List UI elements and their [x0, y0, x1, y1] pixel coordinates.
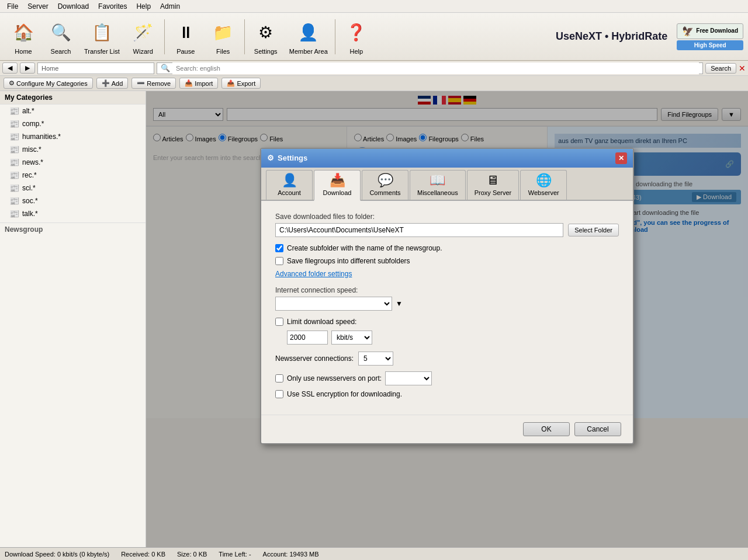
- advanced-folder-link[interactable]: Advanced folder settings: [275, 270, 352, 278]
- search-input[interactable]: [172, 62, 699, 74]
- menu-bar: File Server Download Favorites Help Admi…: [0, 0, 748, 13]
- proxy-tab-icon: 🖥: [486, 173, 499, 188]
- import-button[interactable]: 📥 Import: [179, 78, 218, 89]
- toolbar: 🏠 Home 🔍 Search 📋 Transfer List 🪄 Wizard…: [0, 13, 748, 61]
- add-button[interactable]: ➕ Add: [96, 78, 129, 89]
- help-button[interactable]: ❓ Help: [338, 16, 375, 57]
- help-icon: ❓: [342, 19, 370, 47]
- sidebar-item-soc[interactable]: 📰 soc.*: [0, 194, 146, 207]
- nav-bar: ◀ ▶ Home 🔍 Search ✕: [0, 61, 748, 76]
- port-row: Only use newsservers on port:: [275, 371, 619, 385]
- newsgroup-icon: 📰: [9, 145, 19, 154]
- sidebar-item-misc[interactable]: 📰 misc.*: [0, 143, 146, 156]
- nav-forward-button[interactable]: ▶: [20, 62, 35, 74]
- transfer-list-button[interactable]: 📋 Transfer List: [79, 16, 124, 57]
- ssl-label: Use SSL encryption for downloading.: [287, 390, 402, 398]
- newsgroup-icon: 📰: [9, 132, 19, 141]
- menu-file[interactable]: File: [2, 1, 23, 12]
- menu-server[interactable]: Server: [23, 1, 53, 12]
- toolbar-separator2: [244, 19, 245, 54]
- tab-proxy[interactable]: 🖥 Proxy Server: [467, 170, 520, 200]
- configure-categories-button[interactable]: ⚙ Configure My Categories: [4, 78, 93, 89]
- search-label: Search: [51, 48, 71, 55]
- sidebar-label-news: news.*: [22, 158, 43, 166]
- free-download-label: Free Download: [696, 27, 738, 34]
- sidebar-item-sci[interactable]: 📰 sci.*: [0, 182, 146, 194]
- remove-label: Remove: [147, 80, 171, 87]
- sidebar-item-talk[interactable]: 📰 talk.*: [0, 207, 146, 220]
- export-button[interactable]: 📤 Export: [221, 78, 261, 89]
- tab-comments[interactable]: 💬 Comments: [362, 170, 408, 200]
- sidebar-item-alt[interactable]: 📰 alt.*: [0, 105, 146, 117]
- menu-download[interactable]: Download: [53, 1, 94, 12]
- sidebar-label-alt: alt.*: [22, 107, 34, 115]
- pause-icon: ⏸: [172, 19, 200, 47]
- member-label: Member Area: [289, 48, 328, 55]
- files-button[interactable]: 📁 Files: [205, 16, 242, 57]
- newsgroup-icon: 📰: [9, 183, 19, 193]
- speed-select[interactable]: [275, 297, 392, 311]
- modal-tabs: 👤 Account 📥 Download 💬 Comments 📖 Miscel…: [261, 168, 633, 201]
- speed-unit-select[interactable]: kbit/s: [331, 331, 372, 345]
- download-speed-status: Download Speed: 0 kbit/s (0 kbyte/s): [5, 551, 109, 558]
- sidebar-item-comp[interactable]: 📰 comp.*: [0, 117, 146, 130]
- newsgroup-icon: 📰: [9, 119, 19, 128]
- sidebar-item-humanities[interactable]: 📰 humanities.*: [0, 130, 146, 143]
- select-folder-button[interactable]: Select Folder: [568, 224, 619, 236]
- newsgroup-icon: 📰: [9, 196, 19, 206]
- ok-button[interactable]: OK: [523, 422, 570, 436]
- home-button[interactable]: 🏠 Home: [5, 16, 42, 57]
- modal-title: ⚙ Settings: [267, 154, 307, 162]
- files-label: Files: [216, 48, 230, 55]
- menu-favorites[interactable]: Favorites: [94, 1, 131, 12]
- speed-number-input[interactable]: [287, 331, 328, 345]
- folder-input-row: Select Folder: [275, 223, 619, 237]
- sidebar-label-comp: comp.*: [22, 120, 44, 128]
- tab-download[interactable]: 📥 Download: [314, 170, 361, 201]
- subfolder-checkbox[interactable]: [275, 244, 283, 252]
- tab-webserver[interactable]: 🌐 Webserver: [520, 170, 567, 200]
- settings-title-text: Settings: [278, 154, 307, 162]
- modal-titlebar: ⚙ Settings ✕: [261, 149, 633, 168]
- cancel-button[interactable]: Cancel: [574, 422, 621, 436]
- folder-path-input[interactable]: [275, 223, 563, 237]
- home-path-label: Home: [41, 65, 58, 72]
- port-select[interactable]: [385, 371, 432, 385]
- nav-back-button[interactable]: ◀: [2, 62, 18, 74]
- remove-button[interactable]: ➖ Remove: [131, 78, 176, 89]
- sidebar-item-news[interactable]: 📰 news.*: [0, 156, 146, 169]
- filegroups-checkbox[interactable]: [275, 257, 283, 265]
- sidebar-item-rec[interactable]: 📰 rec.*: [0, 169, 146, 182]
- modal-body: Save downloaded files to folder: Select …: [261, 201, 633, 415]
- connections-select[interactable]: 5: [358, 352, 393, 366]
- filegroups-row: Save filegroups into different subfolder…: [275, 257, 619, 265]
- tab-miscellaneous[interactable]: 📖 Miscellaneous: [410, 170, 466, 200]
- tab-account[interactable]: 👤 Account: [266, 170, 313, 200]
- search-icon: 🔍: [47, 19, 75, 47]
- ssl-row: Use SSL encryption for downloading.: [275, 390, 619, 398]
- speed-label: Internet connection speed:: [275, 286, 619, 294]
- files-icon: 📁: [209, 19, 237, 47]
- modal-close-button[interactable]: ✕: [615, 152, 627, 164]
- home-label: Home: [15, 48, 32, 55]
- pause-button[interactable]: ⏸ Pause: [167, 16, 205, 57]
- newsgroup-icon: 📰: [9, 209, 19, 218]
- search-nav-button[interactable]: Search: [705, 63, 736, 74]
- misc-tab-icon: 📖: [430, 173, 445, 188]
- search-clear-button[interactable]: ✕: [739, 64, 746, 73]
- settings-title-icon: ⚙: [267, 154, 274, 162]
- search-button[interactable]: 🔍 Search: [42, 16, 79, 57]
- menu-admin[interactable]: Admin: [155, 1, 185, 12]
- port-checkbox[interactable]: [275, 374, 283, 382]
- filegroups-label: Save filegroups into different subfolder…: [287, 257, 410, 265]
- menu-help[interactable]: Help: [131, 1, 155, 12]
- ssl-checkbox[interactable]: [275, 390, 283, 398]
- settings-label: Settings: [254, 48, 278, 55]
- account-status: Account: 19493 MB: [263, 551, 319, 558]
- account-tab-icon: 👤: [282, 173, 297, 188]
- sidebar-newsgroup-section: Newsgroup: [0, 222, 146, 236]
- limit-speed-checkbox[interactable]: [275, 318, 283, 326]
- wizard-button[interactable]: 🪄 Wizard: [124, 16, 162, 57]
- member-area-button[interactable]: 👤 Member Area: [285, 16, 333, 57]
- settings-button[interactable]: ⚙ Settings: [247, 16, 285, 57]
